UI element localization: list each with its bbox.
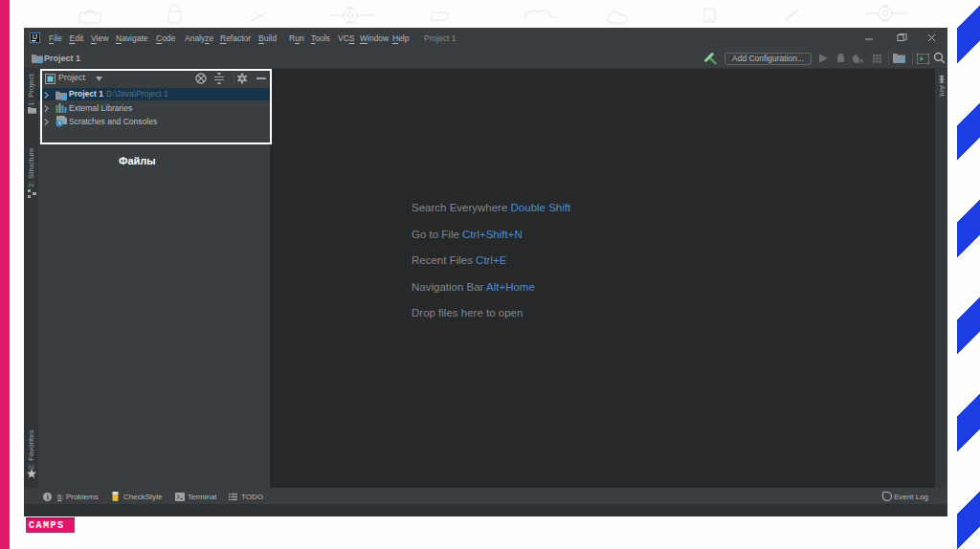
svg-text:IJ: IJ	[32, 33, 37, 40]
